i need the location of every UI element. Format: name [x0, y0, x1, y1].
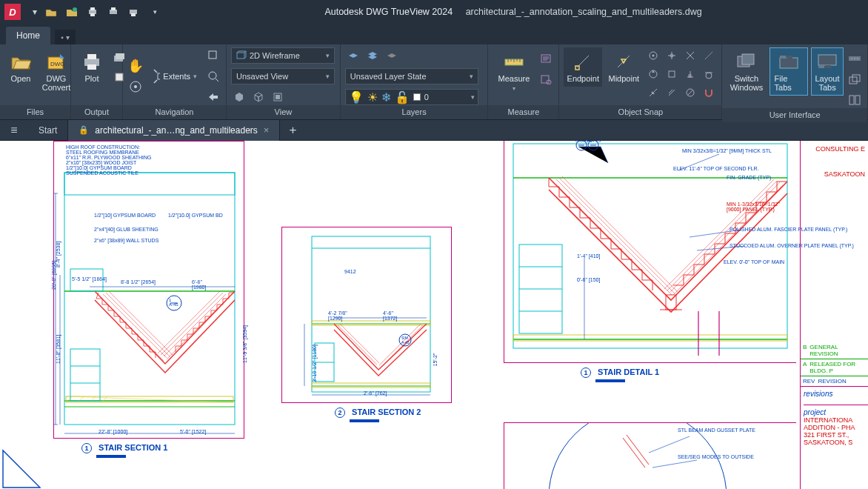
svg-rect-3: [90, 13, 95, 16]
svg-rect-47: [852, 75, 860, 82]
visual-style-value: 2D Wireframe: [250, 51, 300, 60]
view-cube-icon[interactable]: [231, 89, 247, 105]
extents-button[interactable]: Extents ▾: [147, 64, 202, 89]
dim: 11'-8" [3581]: [56, 335, 61, 364]
close-icon[interactable]: ×: [264, 124, 270, 136]
open-button[interactable]: Open: [4, 47, 37, 87]
snap-parallel-icon[interactable]: [664, 84, 680, 101]
zoom-window-icon[interactable]: [205, 47, 221, 64]
proj-line: INTERNATIONA: [804, 416, 868, 424]
svg-rect-64: [70, 349, 100, 401]
snap-extension-icon[interactable]: [701, 47, 717, 64]
extents-label: Extents: [163, 72, 190, 81]
snap-insert-icon[interactable]: [664, 66, 680, 82]
layer-dropdown[interactable]: 💡 ☀ ❄ 🔓 0 ▾: [345, 89, 478, 105]
title-underline: [350, 419, 379, 422]
tab-home[interactable]: Home: [6, 27, 50, 44]
section-ref: SIMA-45: [401, 336, 410, 345]
extents-icon: [152, 67, 160, 85]
id-point-icon[interactable]: [538, 71, 554, 87]
layer-uniso-icon[interactable]: [364, 47, 381, 64]
orbit-icon[interactable]: [127, 79, 144, 95]
tab-start[interactable]: Start: [28, 120, 68, 141]
tile-icon[interactable]: [847, 92, 863, 108]
file-tabs-button[interactable]: File Tabs: [769, 47, 808, 96]
view-manager-icon[interactable]: [270, 89, 286, 105]
snap-nearest-icon[interactable]: [645, 84, 661, 101]
print2-icon[interactable]: [105, 4, 121, 20]
app-menu-caret-icon[interactable]: ▾: [27, 4, 43, 20]
print3-icon[interactable]: [126, 4, 142, 20]
snap-center-icon[interactable]: [645, 47, 661, 64]
app-name: Autodesk DWG TrueView 2024: [324, 7, 453, 17]
dwg-convert-button[interactable]: DWG DWG Convert: [40, 47, 73, 96]
layout-tabs-icon: [817, 51, 838, 72]
svg-line-99: [562, 176, 678, 292]
measure-button[interactable]: Measure ▾: [493, 47, 535, 96]
dim: 5'-0" [1522]: [180, 429, 206, 434]
plot-button[interactable]: Plot: [76, 47, 108, 87]
revisions-label: revisions: [801, 387, 868, 401]
annotation: STL BEAM AND GUSSET PLATE: [678, 428, 755, 433]
color-swatch: [413, 93, 421, 101]
svg-line-103: [664, 179, 774, 289]
pan-icon[interactable]: ✋: [127, 58, 144, 74]
midpoint-button[interactable]: Midpoint: [605, 47, 642, 87]
snap-quadrant-icon[interactable]: [645, 66, 661, 82]
zoom-realtime-icon[interactable]: [205, 68, 221, 84]
rev-row-a: A RELEASED FOR BLDG. P: [801, 359, 868, 376]
dim: 15'-2": [433, 353, 438, 367]
svg-rect-7: [131, 13, 136, 16]
svg-line-116: [623, 438, 645, 468]
print-icon[interactable]: [84, 4, 101, 20]
tab-overflow-icon[interactable]: ▪ ▾: [55, 30, 76, 44]
snap-magnet-icon[interactable]: [701, 84, 717, 101]
drawing-canvas[interactable]: HIGH ROOF CONSTRUCTION:STEEL ROOFING MEM…: [0, 141, 868, 489]
title-underline: [96, 455, 126, 458]
layer-off-icon[interactable]: [384, 47, 400, 64]
svg-rect-81: [312, 383, 430, 387]
new-tab-button[interactable]: +: [280, 123, 305, 138]
snap-none-icon[interactable]: [682, 84, 698, 101]
qat-caret-icon[interactable]: ▾: [147, 4, 163, 20]
chevron-down-icon: ▾: [326, 52, 330, 59]
annotation: MIN 1-3/32x3/16=1/32"[9000] PANEL (TYP.): [727, 202, 780, 212]
layer-name: 0: [424, 93, 429, 102]
panel-view: 2D Wireframe ▾ Unsaved View ▾ View: [227, 44, 341, 119]
annotation: 2"x4"[40] GLUB SHEETING: [94, 227, 158, 232]
snap-node-icon[interactable]: [664, 47, 680, 64]
switch-windows-button[interactable]: Switch Windows: [727, 47, 766, 96]
view-iso-icon[interactable]: [250, 89, 267, 105]
tab-start-label: Start: [39, 125, 57, 136]
cascade-icon[interactable]: [847, 71, 863, 87]
toolbars-icon[interactable]: [847, 50, 863, 67]
layout-tabs-button[interactable]: Layout Tabs: [811, 47, 844, 96]
snap-perp-icon[interactable]: [682, 66, 698, 82]
hamburger-icon[interactable]: ≡: [0, 120, 28, 141]
snap-tangent-icon[interactable]: [701, 66, 717, 82]
dwg-convert-icon[interactable]: [64, 4, 80, 20]
snap-intersection-icon[interactable]: [682, 47, 698, 64]
annotation: 2"x6" [38x89] WALL STUDS: [94, 238, 158, 243]
proj-line: ADDITION - PHA: [804, 424, 868, 431]
layer-state-dropdown[interactable]: Unsaved Layer State ▾: [345, 68, 478, 84]
switch-windows-label: Switch Windows: [730, 74, 764, 92]
endpoint-button[interactable]: Endpoint: [564, 47, 602, 87]
file-tabs-icon: [778, 51, 799, 72]
tab-active-document[interactable]: 🔒 architectural_-_an…ng_and_multileaders…: [68, 120, 280, 141]
svg-rect-18: [158, 73, 160, 79]
folder-open-icon: [10, 51, 31, 72]
saved-view-value: Unsaved View: [236, 72, 288, 81]
svg-rect-23: [276, 95, 280, 99]
open-icon[interactable]: [43, 4, 59, 20]
midpoint-icon: [613, 51, 634, 72]
list-icon[interactable]: [538, 50, 554, 67]
saved-view-dropdown[interactable]: Unsaved View ▾: [231, 68, 335, 84]
zoom-prev-icon[interactable]: [205, 89, 221, 105]
visual-style-dropdown[interactable]: 2D Wireframe ▾: [231, 47, 335, 64]
panel-view-title: View: [227, 105, 340, 119]
sheet-stair-detail: CARLIN F/A-15 MIN 3/32x3/8=1/32" [9MM] T…: [504, 141, 796, 363]
layer-iso-icon[interactable]: [345, 47, 361, 64]
dim: 11'-9 3/8" [3594]: [242, 325, 247, 363]
windows-icon: [736, 51, 757, 72]
